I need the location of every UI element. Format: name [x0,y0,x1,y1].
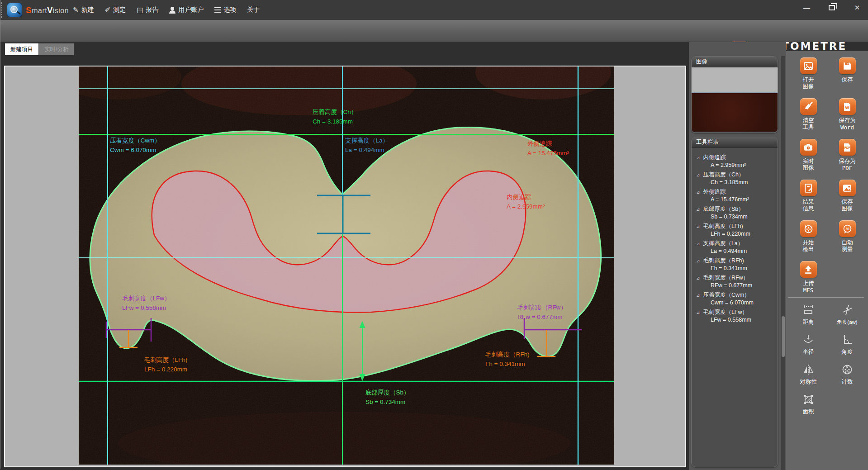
list-item[interactable]: ⊿压着高度（Ch） Ch = 3.185mm [696,171,778,188]
image-panel-title: 图像 [692,57,778,67]
svg-text:PDF: PDF [844,146,850,149]
triangle-bullet-icon: ⊿ [696,293,700,298]
magnifier-handle-icon [17,11,21,14]
save-image-icon [839,180,856,196]
titlebar: SmartVision ✎ 新建 ✐ 测定 ▤ 报告 用户账户 选项 [0,0,868,20]
label-burr-height-right: 毛刺高度（RFh)Fh = 0.341mm [485,350,530,369]
save-pdf-button[interactable]: PDF 保存为PDF [828,139,867,171]
workspace: 压着高度（Ch）Ch = 3.185mm 支撑高度（La）La = 0.494m… [0,55,689,470]
list-item[interactable]: ⊿外侧追踪 A = 15.476mm² [696,188,778,205]
angle-icon [840,333,854,347]
triangle-bullet-icon: ⊿ [696,155,700,160]
label-crimp-width: 压着宽度（Cwm）Cwm = 6.070mm [110,136,161,155]
tool-list: ⊿内侧追踪 A = 2.959mm² ⊿压着高度（Ch） Ch = 3.185m… [692,148,778,325]
triangle-bullet-icon: ⊿ [696,310,700,315]
app-title-mart: mart [32,7,47,14]
toolbar: ✔ 管理员 ✔ 发现 MES 相机名称： Huaray Technology:E… [0,20,868,42]
action-toolbar: 打开图像 保存 清空工具 W 保存为Word [786,51,868,470]
save-button[interactable]: 保存 [828,57,867,90]
distance-tool-button[interactable]: 距离 [789,303,828,326]
live-image-icon [800,139,817,156]
user-icon [169,7,175,14]
radius-tool-button[interactable]: 半径 [789,333,828,356]
menu-measure-label: 测定 [113,6,126,14]
triangle-bullet-icon: ⊿ [696,241,700,246]
start-detect-button[interactable]: 开始检出 [789,220,828,253]
tab-new-project[interactable]: 新建项目 [5,43,38,55]
minimize-button[interactable]: — [800,4,813,12]
triangle-bullet-icon: ⊿ [696,224,700,229]
live-image-button[interactable]: 实时图像 [789,139,828,171]
menu-about-label: 关于 [247,6,260,14]
toolbar-divider [788,297,864,298]
list-item[interactable]: ⊿支撑高度（La） La = 0.494mm [696,239,778,256]
menu-report-label: 报告 [146,6,158,14]
list-item[interactable]: ⊿毛刺宽度（RFw） RFw = 0.677mm [696,274,778,291]
angle-aw-tool-button[interactable]: 角度(aw) [828,303,867,326]
menu-new[interactable]: ✎ 新建 [67,0,100,20]
open-image-icon [800,57,817,74]
area-tool-button[interactable]: 面积 [789,393,828,415]
list-item[interactable]: ⊿内侧追踪 A = 2.959mm² [696,153,778,171]
symmetry-tool-button[interactable]: 对称性 [789,363,828,385]
menu-options[interactable]: 选项 [209,0,242,20]
list-item[interactable]: ⊿毛刺高度（LFh) LFh = 0.220mm [696,222,778,239]
close-button[interactable]: ✕ [850,4,864,12]
angle-aw-icon [840,303,854,317]
tool-list-panel: 工具栏表 ⊿内侧追踪 A = 2.959mm² ⊿压着高度（Ch） Ch = 3… [691,137,778,467]
angle-tool-button[interactable]: 角度 [828,333,867,356]
symmetry-icon [802,363,815,376]
upload-mes-button[interactable]: 上传MES [789,261,828,294]
tab-live-analysis[interactable]: 实时/分析 [38,43,74,55]
result-info-icon [800,180,817,196]
label-burr-height-left: 毛刺高度（LFh)LFh = 0.220mm [144,355,187,374]
save-word-button[interactable]: W 保存为Word [828,98,867,131]
upload-mes-icon [800,261,817,278]
save-icon [839,57,856,74]
thumbnail-empty[interactable] [692,67,778,93]
auto-measure-button[interactable]: AI 自动测量 [828,220,867,253]
start-detect-icon [800,220,817,237]
measure-icon: ✐ [105,6,111,14]
drag-handle[interactable] [1,2,3,18]
window-controls: — ✕ [800,4,864,12]
count-icon [840,363,854,376]
menu-user-account[interactable]: 用户账户 [164,0,209,20]
list-item[interactable]: ⊿毛刺高度（RFh) Fh = 0.341mm [696,256,778,274]
app-title-ision: ision [53,7,69,14]
list-item[interactable]: ⊿底部厚度（Sb） Sb = 0.734mm [696,205,778,222]
menu-options-label: 选项 [223,6,236,14]
menu-user-account-label: 用户账户 [178,6,204,14]
list-item[interactable]: ⊿毛刺宽度（LFw） LFw = 0.558mm [696,308,778,325]
label-bottom-thickness: 底部厚度（Sb）Sb = 0.734mm [365,388,410,407]
triangle-bullet-icon: ⊿ [696,172,700,177]
result-info-button[interactable]: 结果信息 [789,180,828,212]
save-image-button[interactable]: 保存图像 [828,180,867,212]
sidebar-scrollbar[interactable] [781,56,785,470]
scrollbar-thumb[interactable] [782,316,785,357]
count-tool-button[interactable]: 计数 [828,363,867,385]
clear-tools-button[interactable]: 清空工具 [789,98,828,131]
label-crimp-height: 压着高度（Ch）Ch = 3.185mm [313,107,357,126]
list-item[interactable]: ⊿压着宽度（Cwm） Cwm = 6.070mm [696,291,778,308]
radius-icon [802,333,815,347]
app-title: SmartVision [26,5,69,15]
label-burr-width-left: 毛刺宽度（LFw）LFw = 0.558mm [122,294,171,313]
restore-button[interactable] [829,5,835,10]
micrograph[interactable]: 压着高度（Ch）Ch = 3.185mm 支撑高度（La）La = 0.494m… [79,66,614,465]
label-support-height: 支撑高度（La）La = 0.494mm [345,136,389,155]
menu-report[interactable]: ▤ 报告 [131,0,164,20]
sidebar: 图像 工具栏表 ⊿内侧追踪 A = 2.959mm² ⊿压着高度（Ch） Ch … [689,56,786,470]
image-viewport[interactable]: 压着高度（Ch）Ch = 3.185mm 支撑高度（La）La = 0.494m… [4,66,686,467]
menu-new-label: 新建 [81,6,94,14]
menu-measure[interactable]: ✐ 测定 [100,0,132,20]
new-doc-icon: ✎ [73,6,79,14]
area-icon [802,393,815,406]
menu-about[interactable]: 关于 [242,0,265,20]
tool-list-title: 工具栏表 [692,137,778,148]
open-image-button[interactable]: 打开图像 [789,57,828,90]
thumbnail-micrograph[interactable] [692,93,778,132]
micrograph-svg [79,66,614,465]
distance-icon [802,303,815,317]
app-title-s: S [26,5,32,15]
